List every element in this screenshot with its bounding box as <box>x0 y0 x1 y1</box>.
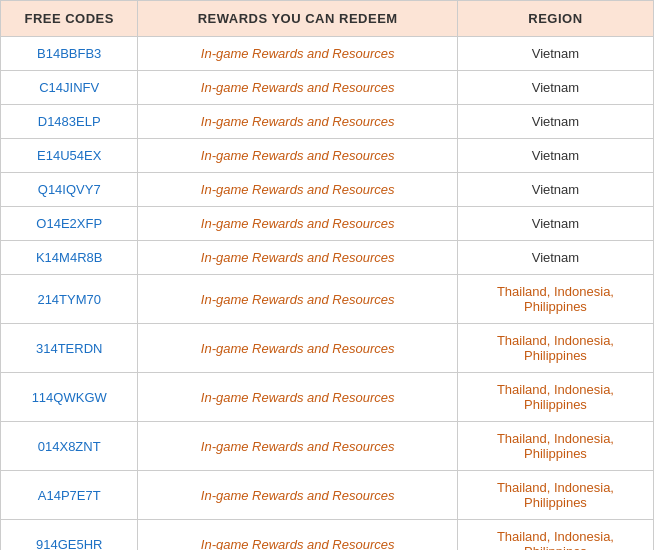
rewards-cell: In-game Rewards and Resources <box>138 275 457 324</box>
region-cell: Thailand, Indonesia, Philippines <box>457 422 653 471</box>
rewards-cell: In-game Rewards and Resources <box>138 37 457 71</box>
region-cell: Vietnam <box>457 71 653 105</box>
table-row: C14JINFVIn-game Rewards and ResourcesVie… <box>1 71 653 105</box>
region-cell: Vietnam <box>457 139 653 173</box>
rewards-cell: In-game Rewards and Resources <box>138 241 457 275</box>
table-row: 914GE5HRIn-game Rewards and ResourcesTha… <box>1 520 653 551</box>
rewards-cell: In-game Rewards and Resources <box>138 471 457 520</box>
table-row: D1483ELPIn-game Rewards and ResourcesVie… <box>1 105 653 139</box>
code-cell[interactable]: C14JINFV <box>1 71 138 105</box>
table-row: E14U54EXIn-game Rewards and ResourcesVie… <box>1 139 653 173</box>
code-cell[interactable]: B14BBFB3 <box>1 37 138 71</box>
rewards-cell: In-game Rewards and Resources <box>138 422 457 471</box>
rewards-cell: In-game Rewards and Resources <box>138 520 457 551</box>
region-cell: Vietnam <box>457 105 653 139</box>
region-cell: Thailand, Indonesia, Philippines <box>457 373 653 422</box>
region-cell: Thailand, Indonesia, Philippines <box>457 324 653 373</box>
code-cell[interactable]: Q14IQVY7 <box>1 173 138 207</box>
region-cell: Vietnam <box>457 241 653 275</box>
code-cell[interactable]: 314TERDN <box>1 324 138 373</box>
rewards-cell: In-game Rewards and Resources <box>138 373 457 422</box>
header-free-codes: FREE CODES <box>1 1 138 37</box>
region-cell: Vietnam <box>457 173 653 207</box>
code-cell[interactable]: 914GE5HR <box>1 520 138 551</box>
code-cell[interactable]: D1483ELP <box>1 105 138 139</box>
rewards-cell: In-game Rewards and Resources <box>138 71 457 105</box>
table-row: K14M4R8BIn-game Rewards and ResourcesVie… <box>1 241 653 275</box>
code-cell[interactable]: 114QWKGW <box>1 373 138 422</box>
rewards-cell: In-game Rewards and Resources <box>138 173 457 207</box>
table-row: Q14IQVY7In-game Rewards and ResourcesVie… <box>1 173 653 207</box>
rewards-cell: In-game Rewards and Resources <box>138 324 457 373</box>
rewards-table: FREE CODES REWARDS YOU CAN REDEEM REGION… <box>1 1 653 550</box>
table-row: B14BBFB3In-game Rewards and ResourcesVie… <box>1 37 653 71</box>
code-cell[interactable]: O14E2XFP <box>1 207 138 241</box>
header-region: REGION <box>457 1 653 37</box>
rewards-cell: In-game Rewards and Resources <box>138 139 457 173</box>
table-row: O14E2XFPIn-game Rewards and ResourcesVie… <box>1 207 653 241</box>
table-row: 314TERDNIn-game Rewards and ResourcesTha… <box>1 324 653 373</box>
rewards-cell: In-game Rewards and Resources <box>138 207 457 241</box>
region-cell: Vietnam <box>457 37 653 71</box>
table-row: 214TYM70In-game Rewards and ResourcesTha… <box>1 275 653 324</box>
rewards-cell: In-game Rewards and Resources <box>138 105 457 139</box>
header-rewards: REWARDS YOU CAN REDEEM <box>138 1 457 37</box>
code-cell[interactable]: 214TYM70 <box>1 275 138 324</box>
region-cell: Thailand, Indonesia, Philippines <box>457 471 653 520</box>
table-body: B14BBFB3In-game Rewards and ResourcesVie… <box>1 37 653 551</box>
table-row: A14P7E7TIn-game Rewards and ResourcesTha… <box>1 471 653 520</box>
code-cell[interactable]: 014X8ZNT <box>1 422 138 471</box>
code-cell[interactable]: A14P7E7T <box>1 471 138 520</box>
region-cell: Thailand, Indonesia, Philippines <box>457 520 653 551</box>
main-table-container: FREE CODES REWARDS YOU CAN REDEEM REGION… <box>0 0 654 550</box>
table-header-row: FREE CODES REWARDS YOU CAN REDEEM REGION <box>1 1 653 37</box>
code-cell[interactable]: E14U54EX <box>1 139 138 173</box>
table-row: 014X8ZNTIn-game Rewards and ResourcesTha… <box>1 422 653 471</box>
code-cell[interactable]: K14M4R8B <box>1 241 138 275</box>
region-cell: Thailand, Indonesia, Philippines <box>457 275 653 324</box>
region-cell: Vietnam <box>457 207 653 241</box>
table-row: 114QWKGWIn-game Rewards and ResourcesTha… <box>1 373 653 422</box>
